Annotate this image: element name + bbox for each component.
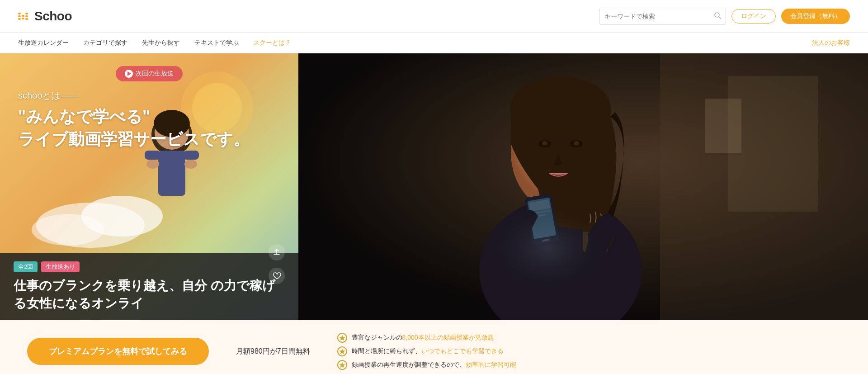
feature-star-icon-2 (337, 346, 347, 356)
svg-marker-39 (339, 362, 345, 368)
hero-description: schooとは—— "みんなで学べる" ライブ動画学習サービスです。 (18, 90, 250, 151)
card-bottom: 全2回 生放送あり 仕事のブランクを乗り越え、自分 の力で稼げる女性になるオンラ… (0, 253, 298, 320)
svg-rect-12 (145, 151, 160, 160)
search-box (599, 8, 726, 25)
nav-item-category[interactable]: カテゴリで探す (83, 39, 127, 47)
feature-star-icon-1 (337, 333, 347, 343)
play-circle-icon (125, 70, 133, 78)
card-badges: 全2回 生放送あり (14, 261, 285, 272)
logo-area: Schoo (18, 9, 72, 24)
svg-point-14 (146, 160, 159, 169)
nav-corporate[interactable]: 法人のお客様 (812, 39, 850, 47)
badge-count: 全2回 (14, 261, 38, 272)
card-actions (269, 244, 285, 284)
cta-info-text: 月額980円が7日間無料 (236, 347, 310, 356)
svg-point-26 (574, 141, 579, 146)
cta-main-button[interactable]: プレミアムプランを無料で試してみる (27, 338, 209, 365)
next-broadcast-button[interactable]: 次回の生放送 (116, 66, 183, 81)
hero-photo (298, 53, 868, 320)
hero-section: 次回の生放送 schooとは—— "みんなで学べる" ライブ動画学習サービスです… (0, 53, 868, 320)
card-title: 仕事のブランクを乗り越え、自分 の力で稼げる女性になるオンライ (14, 277, 285, 312)
svg-rect-11 (158, 151, 185, 196)
hero-main-title: "みんなで学べる" ライブ動画学習サービスです。 (18, 105, 250, 151)
nav-item-about[interactable]: スクーとは？ (253, 39, 291, 47)
svg-marker-37 (339, 335, 345, 341)
register-button[interactable]: 会員登録（無料） (781, 9, 850, 24)
search-input[interactable] (604, 13, 714, 20)
svg-point-25 (542, 141, 547, 146)
login-button[interactable]: ログイン (731, 9, 776, 24)
svg-rect-19 (705, 99, 741, 153)
heart-icon[interactable] (269, 268, 285, 284)
svg-rect-13 (183, 151, 199, 160)
cta-info: 月額980円が7日間無料 (236, 347, 310, 356)
hero-sub-title: schooとは—— (18, 90, 250, 102)
feature-highlight-2: いつでもどこでも学習できる (421, 347, 504, 355)
nav-item-teacher[interactable]: 先生から探す (142, 39, 180, 47)
hero-left-panel: 次回の生放送 schooとは—— "みんなで学べる" ライブ動画学習サービスです… (0, 53, 298, 320)
feature-text-3: 録画授業の再生速度が調整できるので、効率的に学習可能 (352, 361, 516, 369)
nav-item-live-calendar[interactable]: 生放送カレンダー (18, 39, 69, 47)
feature-text-2: 時間と場所に縛られず、いつでもどこでも学習できる (352, 347, 504, 355)
nav-left: 生放送カレンダー カテゴリで探す 先生から探す テキストで学ぶ スクーとは？ (18, 39, 291, 47)
feature-item-2: 時間と場所に縛られず、いつでもどこでも学習できる (337, 346, 516, 356)
logo-text: Schoo (34, 9, 72, 24)
header-right: ログイン 会員登録（無料） (599, 8, 850, 25)
search-icon-btn[interactable] (714, 12, 721, 21)
cta-area: プレミアムプランを無料で試してみる 月額980円が7日間無料 豊富なジャンルの8… (0, 320, 868, 374)
hero-title-line1: "みんなで学べる" (18, 105, 250, 128)
feature-item-3: 録画授業の再生速度が調整できるので、効率的に学習可能 (337, 360, 516, 370)
nav-bar: 生放送カレンダー カテゴリで探す 先生から探す テキストで学ぶ スクーとは？ 法… (0, 33, 868, 53)
share-icon[interactable] (269, 244, 285, 260)
hero-right-panel (298, 53, 868, 320)
play-triangle-icon (127, 71, 131, 76)
next-broadcast-label: 次回の生放送 (136, 70, 174, 78)
svg-point-7 (32, 214, 104, 246)
header: Schoo ログイン 会員登録（無料） (0, 0, 868, 33)
feature-highlight-1: 8,000本以上の録画授業が見放題 (402, 334, 494, 341)
woman-photo-svg (298, 53, 868, 320)
svg-line-1 (719, 17, 721, 19)
feature-item-1: 豊富なジャンルの8,000本以上の録画授業が見放題 (337, 333, 516, 343)
hero-title-line2: ライブ動画学習サービスです。 (18, 128, 250, 151)
svg-point-36 (457, 166, 637, 302)
feature-text-1: 豊富なジャンルの8,000本以上の録画授業が見放題 (352, 334, 494, 342)
search-icon (714, 12, 721, 19)
feature-highlight-3: 効率的に学習可能 (466, 361, 516, 368)
logo-mark-icon (18, 13, 28, 20)
badge-live: 生放送あり (41, 261, 80, 272)
svg-point-15 (184, 160, 197, 169)
nav-item-text[interactable]: テキストで学ぶ (194, 39, 239, 47)
svg-marker-38 (339, 349, 345, 354)
cta-features: 豊富なジャンルの8,000本以上の録画授業が見放題 時間と場所に縛られず、いつで… (337, 333, 516, 370)
feature-star-icon-3 (337, 360, 347, 370)
